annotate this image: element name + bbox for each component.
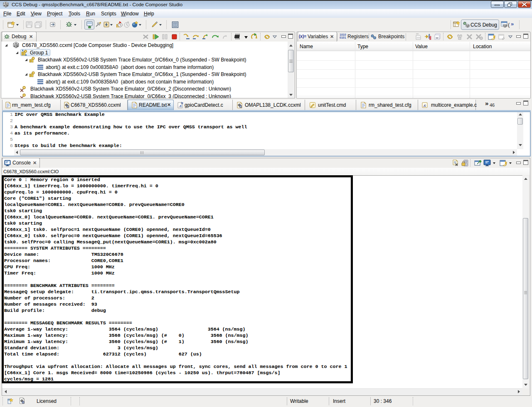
svg-text:.c: .c xyxy=(179,104,182,108)
svg-text:.c: .c xyxy=(423,103,426,108)
